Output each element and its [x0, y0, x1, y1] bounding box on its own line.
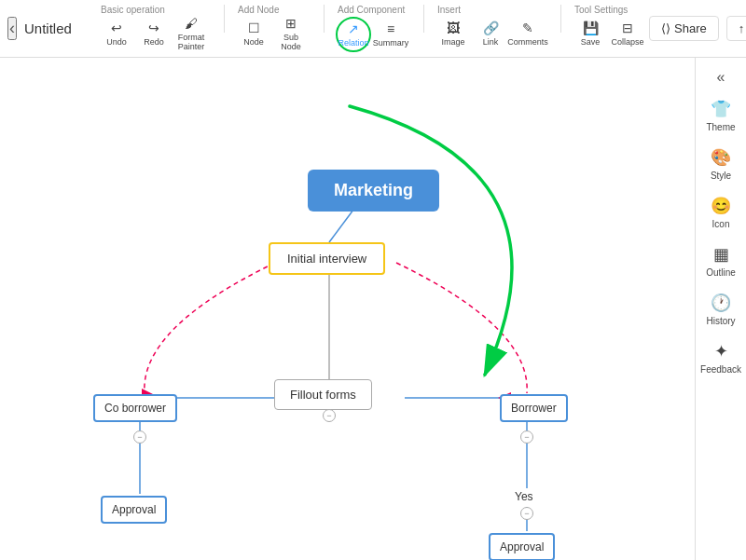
document-title: Untitled: [24, 20, 80, 36]
group-label-toolsettings: Tool Settings: [573, 5, 628, 15]
basic-op-items: ↩ Undo ↪ Redo 🖌 Format Painter: [99, 17, 209, 50]
summary-icon: ≡: [387, 21, 394, 36]
theme-icon: 👕: [711, 99, 731, 119]
sidebar-item-outline[interactable]: ▦ Outline: [698, 239, 743, 283]
divider-1: [224, 5, 225, 33]
save-button[interactable]: 💾 Save: [573, 17, 608, 50]
sidebar-collapse-button[interactable]: «: [713, 65, 729, 89]
relation-button[interactable]: ↗ Relation: [336, 17, 371, 52]
right-sidebar: « 👕 Theme 🎨 Style 😊 Icon ▦ Outline 🕐 His…: [695, 58, 746, 560]
subnode-icon: ⊞: [285, 16, 297, 31]
link-icon: 🔗: [483, 20, 499, 35]
yes-label: Yes: [515, 490, 533, 503]
sidebar-item-history[interactable]: 🕐 History: [698, 287, 743, 332]
toolbar-right: ⟨⟩ Share ↑ Export: [649, 16, 746, 41]
feedback-icon: ✦: [714, 341, 728, 362]
toolbar-group-basic: Basic operation ↩ Undo ↪ Redo 🖌 Format P…: [99, 5, 209, 50]
fillout-forms-node[interactable]: Fillout forms: [274, 379, 372, 410]
toolbar-group-toolsettings: Tool Settings 💾 Save ⊟ Collapse: [573, 5, 645, 50]
format-painter-icon: 🖌: [185, 16, 198, 31]
toolsettings-items: 💾 Save ⊟ Collapse: [573, 17, 645, 50]
export-icon: ↑: [739, 21, 745, 35]
collapse-borrower[interactable]: −: [520, 430, 533, 444]
sidebar-item-theme[interactable]: 👕 Theme: [698, 93, 743, 138]
style-icon: 🎨: [711, 147, 731, 168]
group-label-insert: Insert: [435, 5, 461, 15]
image-button[interactable]: 🖼 Image: [435, 17, 471, 50]
redo-icon: ↪: [148, 20, 159, 35]
group-label-basic: Basic operation: [99, 5, 165, 15]
link-button[interactable]: 🔗 Link: [473, 17, 508, 50]
sidebar-item-icon[interactable]: 😊 Icon: [698, 190, 743, 235]
toolbar-group-addnode: Add Node ☐ Node ⊞ Sub Node: [236, 5, 309, 50]
main-area: Marketing Initial interview Fillout form…: [0, 58, 746, 560]
outline-icon: ▦: [713, 244, 729, 265]
comments-button[interactable]: ✎ Comments: [510, 17, 546, 50]
group-label-addnode: Add Node: [236, 5, 279, 15]
format-painter-button[interactable]: 🖌 Format Painter: [173, 17, 209, 50]
subnode-button[interactable]: ⊞ Sub Node: [273, 17, 309, 50]
divider-4: [560, 5, 561, 33]
approval-left-node[interactable]: Approval: [101, 496, 167, 524]
history-icon: 🕐: [711, 293, 731, 313]
divider-3: [423, 5, 424, 33]
collapse-icon: ⊟: [622, 20, 633, 35]
relation-icon: ↗: [348, 21, 359, 36]
addnode-items: ☐ Node ⊞ Sub Node: [236, 17, 309, 50]
redo-button[interactable]: ↪ Redo: [136, 17, 172, 50]
addcomponent-items: ↗ Relation ≡ Summary: [336, 17, 408, 52]
node-button[interactable]: ☐ Node: [236, 17, 271, 50]
co-borrower-node[interactable]: Co borrower: [93, 394, 177, 422]
share-icon: ⟨⟩: [661, 21, 670, 35]
insert-items: 🖼 Image 🔗 Link ✎ Comments: [435, 17, 546, 50]
canvas[interactable]: Marketing Initial interview Fillout form…: [0, 58, 695, 560]
collapse-coborrower[interactable]: −: [133, 430, 146, 444]
comments-icon: ✎: [522, 20, 533, 35]
toolbar-group-insert: Insert 🖼 Image 🔗 Link ✎ Comments: [435, 5, 546, 50]
save-icon: 💾: [583, 20, 599, 35]
sidebar-item-feedback[interactable]: ✦ Feedback: [698, 335, 743, 380]
group-label-addcomponent: Add Component: [336, 5, 405, 15]
export-button[interactable]: ↑ Export: [726, 16, 746, 41]
divider-2: [324, 5, 325, 33]
canvas-svg: [0, 58, 695, 560]
image-icon: 🖼: [447, 20, 460, 35]
summary-button[interactable]: ≡ Summary: [373, 18, 408, 51]
sidebar-item-style[interactable]: 🎨 Style: [698, 142, 743, 186]
node-icon: ☐: [248, 20, 260, 35]
undo-button[interactable]: ↩ Undo: [99, 17, 134, 50]
approval-right-node[interactable]: Approval: [489, 533, 555, 560]
toolbar-groups: Basic operation ↩ Undo ↪ Redo 🖌 Format P…: [99, 5, 649, 52]
share-button[interactable]: ⟨⟩ Share: [649, 16, 719, 41]
collapse-yes[interactable]: −: [520, 507, 533, 520]
back-button[interactable]: ‹: [7, 17, 17, 40]
icon-icon: 😊: [711, 196, 731, 216]
marketing-node[interactable]: Marketing: [308, 170, 439, 212]
toolbar: ‹ Untitled Basic operation ↩ Undo ↪ Redo…: [0, 0, 746, 58]
borrower-node[interactable]: Borrower: [500, 394, 568, 422]
collapse-button[interactable]: ⊟ Collapse: [610, 17, 645, 50]
toolbar-group-addcomponent: Add Component ↗ Relation ≡ Summary: [336, 5, 408, 52]
undo-icon: ↩: [111, 20, 122, 35]
collapse-fillout[interactable]: −: [323, 409, 336, 422]
initial-interview-node[interactable]: Initial interview: [269, 242, 385, 275]
